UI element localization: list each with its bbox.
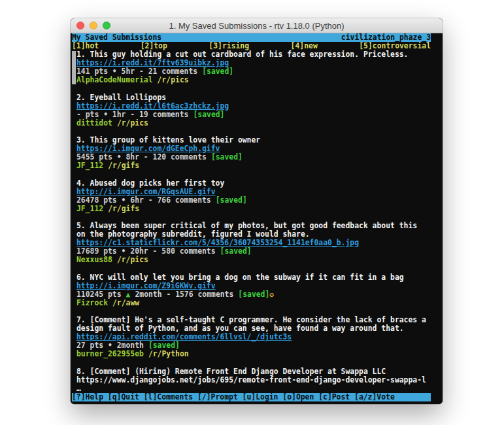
submission-link[interactable]: http://i.imgur.com/RGqsAUE.gifv [76,187,216,196]
submission-subreddit[interactable]: /r/aww [112,298,139,307]
status-footer-bar: [?]Help [q]Quit [l]Comments [/]Prompt [u… [72,393,431,401]
spacer-row [72,359,431,367]
saved-badge: [saved] [220,246,252,256]
submission-link[interactable]: https://api.reddit.com/comments/6llvsl/_… [76,332,292,341]
submission-item[interactable]: 4. Abused dog picks her first toy http:/… [72,179,431,213]
submission-link[interactable]: https://i.imgur.com/dGEeCph.gifv [76,144,220,153]
submission-subreddit[interactable]: /r/Python [148,349,189,358]
submission-title: 8. [Comment] (Hiring) Remote Front End D… [76,367,431,376]
spacer-row [72,85,431,94]
submission-author[interactable]: burner_262955eb [76,349,144,358]
submission-link-row: http://i.imgur.com/Z9iGKWv.gifv [76,282,431,290]
saved-badge: [saved] [148,341,180,350]
submission-byline-row: Nexxus88/r/pics [76,256,431,264]
submission-byline-row: dittidot/r/pics [76,119,431,128]
submission-author[interactable]: dittidot [76,118,112,128]
submission-byline-row: Fizrock/r/aww [76,299,431,307]
minimize-button[interactable] [90,22,97,29]
submission-byline-row: JF_112/r/gifs [76,162,431,170]
selection-cursor [72,51,76,84]
submission-item[interactable]: 6. NYC will only let you bring a dog on … [72,273,431,307]
submission-item[interactable]: 2. Eyeball Lollipops https://i.redd.it/l… [72,94,431,128]
spacer-row [72,171,431,179]
submission-subreddit[interactable]: /r/gifs [108,204,139,213]
submission-stats-row: - pts • 1hr - 19 comments[saved] [76,110,431,119]
window-title: 1. My Saved Submissions - rtv 1.18.0 (Py… [169,21,344,31]
close-button[interactable] [76,22,84,29]
truncation-ellipsis: … [76,384,431,393]
upvote-arrow-icon: ▲ [126,290,131,299]
saved-badge: [saved] [211,152,243,162]
saved-badge: [saved] [238,290,269,299]
submission-item[interactable]: 7. [Comment] He's a self-taught C progra… [72,316,431,358]
submission-item[interactable]: 1. This guy holding a cut out cardboard … [72,50,431,84]
gilded-star-icon: ✪ [269,290,274,299]
saved-badge: [saved] [216,196,247,205]
submission-stats-row: 26478 pts • 6hr - 766 comments[saved] [76,196,431,205]
submission-author[interactable]: AlphaCodeNumerial [76,75,153,84]
submission-subreddit[interactable]: /r/pics [158,75,189,84]
submission-item[interactable]: 8. [Comment] (Hiring) Remote Front End D… [72,367,431,393]
saved-badge: [saved] [193,110,224,119]
submission-item[interactable]: 3. This group of kittens love their owne… [72,136,431,170]
submission-item[interactable]: 5. Always been super critical of my phot… [72,222,431,264]
submission-link[interactable]: https://i.redd.it/7ftv639uibkz.jpg [76,58,229,67]
submission-byline-row: burner_262955eb/r/Python [76,350,431,358]
submission-link[interactable]: http://i.imgur.com/Z9iGKWv.gifv [76,281,216,290]
submission-subreddit[interactable]: /r/pics [117,118,148,128]
terminal-content: My Saved Submissionscivilization_phaze_3… [71,33,443,404]
traffic-lights [76,22,110,29]
spacer-row [72,265,431,273]
window-titlebar[interactable]: 1. My Saved Submissions - rtv 1.18.0 (Py… [71,18,443,33]
submission-link[interactable]: https://c1.staticflickr.com/5/4356/36074… [76,238,359,247]
saved-badge: [saved] [202,67,233,76]
submission-stats-row: 110245 pts▲2month - 1576 comments[saved]… [76,290,431,299]
submission-subreddit[interactable]: /r/gifs [108,161,139,170]
zoom-button[interactable] [103,22,110,29]
submission-byline-row: AlphaCodeNumerial/r/pics [76,76,431,84]
submission-author[interactable]: Fizrock [76,298,108,307]
submission-author[interactable]: Nexxus88 [76,255,112,264]
terminal-window: 1. My Saved Submissions - rtv 1.18.0 (Py… [71,18,443,404]
submission-author[interactable]: JF_112 [76,161,103,170]
submission-link[interactable]: https://i.redd.it/l6t6ac3zhckz.jpg [76,101,229,110]
submission-title-wrap: https://www.djangojobs.net/jobs/695/remo… [76,376,431,384]
submission-subreddit[interactable]: /r/pics [117,255,148,264]
submission-author[interactable]: JF_112 [76,204,103,213]
submission-byline-row: JF_112/r/gifs [76,205,431,213]
keyboard-shortcuts: [?]Help [q]Quit [l]Comments [/]Prompt [u… [72,393,395,401]
